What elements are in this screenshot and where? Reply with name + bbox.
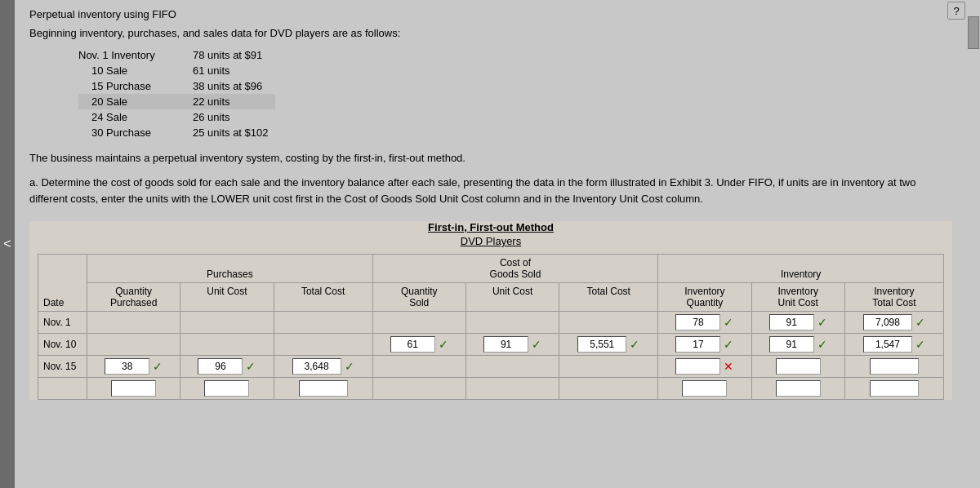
col-header-purchases-group: Purchases — [87, 255, 373, 283]
cogs-unit-cost-input[interactable] — [483, 336, 528, 353]
row-purch-total-cost — [274, 378, 372, 400]
help-button[interactable]: ? — [947, 2, 965, 20]
inv-quantity-check-icon: ✓ — [724, 338, 733, 351]
purch-unit-cost-input[interactable] — [204, 380, 249, 397]
table-row: Nov. 1 ✓ — [38, 312, 944, 334]
item-label: 24 Sale — [78, 109, 193, 125]
col-header-purch-total-cost: Total Cost — [274, 283, 372, 312]
item-description: 78 units at $91 — [193, 47, 275, 63]
item-label: 10 Sale — [78, 63, 193, 78]
qty-purchased-input[interactable] — [105, 358, 149, 375]
col-header-qty-purchased: QuantityPurchased — [87, 283, 180, 312]
scrollbar[interactable] — [967, 0, 980, 488]
instruction-text: a. Determine the cost of goods sold for … — [29, 175, 952, 209]
row-purch-total-cost: ✓ — [274, 356, 372, 378]
row-qty-sold — [372, 356, 466, 378]
row-inv-quantity: ✓ — [658, 334, 751, 356]
qty-purchased-input[interactable] — [111, 380, 156, 397]
row-cogs-unit-cost — [466, 378, 559, 400]
list-item: Nov. 1 Inventory 78 units at $91 — [78, 47, 275, 63]
page-subtitle: Beginning inventory, purchases, and sale… — [29, 27, 952, 39]
col-header-cogs-unit-cost: Unit Cost — [466, 283, 559, 312]
item-description: 26 units — [193, 109, 275, 125]
row-inv-unit-cost: ✓ — [751, 312, 844, 334]
row-qty-purchased — [87, 312, 180, 334]
inv-total-cost-input[interactable] — [870, 380, 919, 397]
purch-unit-cost-check-icon: ✓ — [246, 360, 256, 373]
qty-sold-check-icon: ✓ — [439, 338, 448, 351]
row-cogs-total-cost — [559, 356, 658, 378]
fifo-section: First-in, First-out Method DVD Players D… — [29, 221, 952, 400]
col-header-purch-unit-cost: Unit Cost — [180, 283, 274, 312]
cogs-total-cost-check-icon: ✓ — [630, 338, 639, 351]
list-item: 30 Purchase 25 units at $102 — [78, 125, 275, 140]
left-nav-button[interactable]: < — [0, 0, 15, 488]
col-header-cogs-total-cost: Total Cost — [559, 283, 658, 312]
row-date — [38, 378, 87, 400]
row-date: Nov. 15 — [38, 356, 87, 378]
inv-quantity-input[interactable] — [675, 358, 720, 375]
left-arrow-icon: < — [3, 237, 11, 251]
list-item: 15 Purchase 38 units at $96 — [78, 78, 275, 94]
row-purch-total-cost — [274, 312, 372, 334]
list-item: 24 Sale 26 units — [78, 109, 275, 125]
inv-total-cost-input[interactable] — [870, 358, 919, 375]
inv-unit-cost-input[interactable] — [776, 358, 821, 375]
fifo-product-title: DVD Players — [38, 235, 944, 247]
purch-total-cost-check-icon: ✓ — [345, 360, 354, 373]
col-header-inventory-group: Inventory — [658, 255, 944, 283]
row-cogs-unit-cost — [466, 356, 559, 378]
col-header-cogs-group: Cost ofGoods Sold — [372, 255, 658, 283]
purch-unit-cost-input[interactable] — [198, 358, 243, 375]
inv-quantity-check-icon: ✓ — [724, 316, 733, 329]
purch-total-cost-input[interactable] — [292, 358, 341, 375]
inventory-list: Nov. 1 Inventory 78 units at $91 10 Sale… — [78, 47, 952, 140]
cogs-total-cost-input[interactable] — [577, 336, 626, 353]
row-qty-sold — [372, 312, 466, 334]
col-header-inv-unit-cost: InventoryUnit Cost — [751, 283, 844, 312]
inv-unit-cost-input[interactable] — [769, 336, 814, 353]
qty-sold-input[interactable] — [390, 336, 435, 353]
inv-quantity-input[interactable] — [675, 336, 720, 353]
inv-total-cost-check-icon: ✓ — [915, 338, 925, 351]
page-title: Perpetual inventory using FIFO — [29, 8, 952, 20]
table-row: Nov. 15 ✓ ✓ — [38, 356, 944, 378]
row-qty-sold: ✓ — [372, 334, 466, 356]
cogs-unit-cost-check-icon: ✓ — [532, 338, 541, 351]
row-inv-quantity: ✓ — [658, 312, 751, 334]
inv-unit-cost-check-icon: ✓ — [817, 316, 827, 329]
col-header-inv-total-cost: InventoryTotal Cost — [844, 283, 943, 312]
list-item: 10 Sale 61 units — [78, 63, 275, 78]
inv-total-cost-input[interactable] — [863, 336, 912, 353]
item-label: 15 Purchase — [78, 78, 193, 94]
inv-quantity-x-icon: ✕ — [724, 360, 733, 373]
inv-unit-cost-input[interactable] — [769, 314, 814, 331]
row-cogs-total-cost: ✓ — [559, 334, 658, 356]
item-label: Nov. 1 Inventory — [78, 47, 193, 63]
row-cogs-total-cost — [559, 378, 658, 400]
row-qty-purchased — [87, 378, 180, 400]
inv-total-cost-input[interactable] — [863, 314, 912, 331]
row-purch-total-cost — [274, 334, 372, 356]
row-date: Nov. 10 — [38, 334, 87, 356]
row-inv-quantity — [658, 378, 751, 400]
row-purch-unit-cost: ✓ — [180, 356, 274, 378]
item-label: 20 Sale — [78, 94, 193, 109]
row-qty-purchased: ✓ — [87, 356, 180, 378]
purch-total-cost-input[interactable] — [299, 380, 348, 397]
row-cogs-unit-cost — [466, 312, 559, 334]
row-inv-total-cost — [844, 356, 943, 378]
fifo-table: Date Purchases Cost ofGoods Sold Invento… — [38, 254, 944, 400]
fifo-method-title: First-in, First-out Method — [38, 221, 944, 233]
inv-quantity-input[interactable] — [682, 380, 727, 397]
row-date: Nov. 1 — [38, 312, 87, 334]
row-inv-total-cost: ✓ — [844, 334, 943, 356]
inv-unit-cost-input[interactable] — [776, 380, 821, 397]
row-inv-total-cost — [844, 378, 943, 400]
table-row: Nov. 10 ✓ ✓ — [38, 334, 944, 356]
scrollbar-thumb[interactable] — [968, 16, 979, 49]
body-text: The business maintains a perpetual inven… — [29, 150, 952, 166]
item-description: 38 units at $96 — [193, 78, 275, 94]
inv-quantity-input[interactable] — [675, 314, 720, 331]
row-cogs-total-cost — [559, 312, 658, 334]
